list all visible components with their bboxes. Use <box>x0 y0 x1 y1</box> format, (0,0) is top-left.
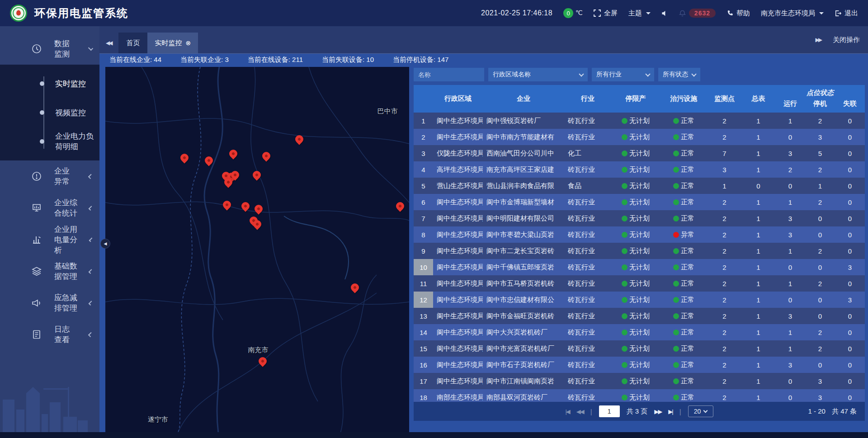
prev-page-icon[interactable]: ◀◀ <box>576 408 584 415</box>
collapse-map-button[interactable]: ◀ <box>100 239 110 249</box>
sidebar-submenu: 实时监控视频监控企业电力负荷明细 <box>0 65 99 160</box>
sidebar-subitem[interactable]: 实时监控 <box>0 69 99 98</box>
cell-run-count: 1 <box>775 324 805 340</box>
page-size-select[interactable]: 20 <box>688 405 713 417</box>
sidebar-subitem[interactable]: 视频监控 <box>0 98 99 127</box>
cell-lost-count: 0 <box>835 178 865 194</box>
cell-lost-count: 0 <box>835 340 865 357</box>
alarm-indicator[interactable]: 2632 <box>679 9 716 18</box>
table-row[interactable]: 17阆中生态环境局阆中市江南镇阆南页岩砖瓦行业无计划正常21030 <box>414 373 865 389</box>
sidebar-item[interactable]: 应急减排管理 <box>0 287 99 319</box>
table-row[interactable]: 10阆中生态环境局阆中千佛镇五郎垭页岩砖瓦行业无计划正常21003 <box>414 259 865 275</box>
close-operations-button[interactable]: 关闭操作 <box>833 36 860 44</box>
stat-item: 当前失联设备: 10 <box>322 56 374 64</box>
last-page-icon[interactable]: ▶| <box>668 408 672 415</box>
stat-item: 当前失联企业: 3 <box>180 56 229 64</box>
sidebar-item[interactable]: 企业用电量分析 <box>0 224 99 255</box>
logout-button[interactable]: 退出 <box>835 9 858 18</box>
table-row[interactable]: 6阆中生态环境局阆中市金博瑞新型墙材砖瓦行业无计划正常21120 <box>414 194 865 210</box>
org-dropdown[interactable]: 南充市生态环境局 <box>761 9 824 18</box>
tab-实时监控[interactable]: 实时监控⊗ <box>147 33 198 53</box>
region-select[interactable]: 行政区域名称 <box>488 68 588 81</box>
sidebar-item[interactable]: 企业异常 <box>0 160 99 192</box>
first-page-icon[interactable]: |◀ <box>565 408 569 415</box>
cell-monitor-count: 2 <box>708 324 741 340</box>
fullscreen-icon <box>594 9 601 17</box>
log-icon <box>31 329 42 340</box>
cell-run-count: 3 <box>775 226 805 243</box>
next-page-icon[interactable]: ▶▶ <box>654 408 661 415</box>
status-dot <box>622 264 627 270</box>
map-city-label: 南充市 <box>248 346 269 354</box>
status-dot <box>673 313 679 319</box>
table-row[interactable]: 7阆中生态环境局阆中明阳建材有限公司砖瓦行业无计划正常21300 <box>414 210 865 226</box>
tabs-scroll-right-icon[interactable]: ▶▶ <box>816 37 821 43</box>
cell-region: 营山生态环境局 <box>433 178 483 194</box>
status-summary-bar: 当前在线企业: 44当前失联企业: 3当前在线设备: 211当前失联设备: 10… <box>99 54 868 66</box>
cell-facility-status: 正常 <box>660 145 708 161</box>
status-dot <box>622 151 627 156</box>
status-select[interactable]: 所有状态 <box>658 68 700 81</box>
col-meter: 总表 <box>741 85 775 113</box>
table-row[interactable]: 3仪陇生态环境局西南油气田分公司川中化工无计划正常71350 <box>414 145 865 161</box>
cell-run-count: 1 <box>775 275 805 292</box>
cell-meter-count: 1 <box>741 324 775 340</box>
tab-close-icon[interactable]: ⊗ <box>185 40 191 46</box>
sidebar-item[interactable]: 数据监测 <box>0 33 99 65</box>
tabs-scroll-left-icon[interactable]: ◀◀ <box>106 40 111 46</box>
cell-limit-status: 无计划 <box>611 129 660 145</box>
cell-company: 阆中市石子页岩机砖厂 <box>483 357 564 373</box>
stat-value: 211 <box>292 56 303 63</box>
table-row[interactable]: 4高坪生态环境局南充市高坪区王家店建砖瓦行业无计划正常31220 <box>414 161 865 178</box>
sidebar-item[interactable]: 企业综合统计 <box>0 192 99 224</box>
table-row[interactable]: 8阆中生态环境局阆中市枣碧大梁山页岩砖瓦行业无计划异常21300 <box>414 226 865 243</box>
table-row[interactable]: 11阆中生态环境局阆中市五马桥页岩机砖砖瓦行业无计划正常21120 <box>414 275 865 292</box>
sidebar: 数据监测实时监控视频监控企业电力负荷明细企业异常企业综合统计企业用电量分析基础数… <box>0 26 99 432</box>
cell-lost-count: 0 <box>835 275 865 292</box>
stat-label: 当前失联企业: <box>180 56 225 63</box>
stat-value: 3 <box>225 56 228 63</box>
table-row[interactable]: 5营山生态环境局营山县润丰肉食品有限食品无计划正常10010 <box>414 178 865 194</box>
volume-button[interactable] <box>661 10 668 17</box>
cell-lost-count: 0 <box>835 210 865 226</box>
industry-select[interactable]: 所有行业 <box>592 68 654 81</box>
cell-facility-status: 正常 <box>660 340 708 357</box>
cell-facility-status: 正常 <box>660 373 708 389</box>
theme-dropdown[interactable]: 主题 <box>628 9 651 18</box>
table-row[interactable]: 13阆中生态环境局阆中市金福旺页岩机砖砖瓦行业无计划正常21300 <box>414 308 865 324</box>
tab-首页[interactable]: 首页 <box>118 33 147 53</box>
status-dot <box>673 346 679 352</box>
cell-industry: 砖瓦行业 <box>564 210 611 226</box>
cell-run-count: 0 <box>775 373 805 389</box>
cell-facility-status: 正常 <box>660 129 708 145</box>
sidebar-subitem[interactable]: 企业电力负荷明细 <box>0 127 99 156</box>
name-search-input[interactable] <box>414 68 484 81</box>
table-row[interactable]: 1阆中生态环境局阆中强锐页岩砖厂砖瓦行业无计划正常21120 <box>414 113 865 129</box>
cell-region: 阆中生态环境局 <box>433 308 483 324</box>
fullscreen-button[interactable]: 全屏 <box>594 9 618 18</box>
table-row[interactable]: 2阆中生态环境局阆中市南方节能建材有砖瓦行业无计划正常21030 <box>414 129 865 145</box>
table-row[interactable]: 15阆中生态环境局阆中市光富页岩机砖厂砖瓦行业无计划正常21120 <box>414 340 865 357</box>
cell-meter-count: 1 <box>741 145 775 161</box>
cell-run-count: 0 <box>775 129 805 145</box>
cell-limit-status: 无计划 <box>611 357 660 373</box>
cell-meter-count: 0 <box>741 178 775 194</box>
sidebar-item[interactable]: 基础数据管理 <box>0 255 99 287</box>
cell-limit-status: 无计划 <box>611 161 660 178</box>
cell-meter-count: 1 <box>741 113 775 129</box>
table-row[interactable]: 16阆中生态环境局阆中市石子页岩机砖厂砖瓦行业无计划正常21300 <box>414 357 865 373</box>
page-number-input[interactable] <box>599 405 620 417</box>
map-canvas[interactable]: 巴中市南充市遂宁市 <box>105 67 409 432</box>
table-row[interactable]: 12阆中生态环境局阆中市忠信建材有限公砖瓦行业无计划正常21003 <box>414 292 865 308</box>
col-run: 运行 <box>775 98 805 113</box>
row-index: 4 <box>414 161 433 178</box>
sidebar-item[interactable]: 日志查看 <box>0 319 99 350</box>
help-button[interactable]: 帮助 <box>726 9 750 18</box>
table-row[interactable]: 9阆中生态环境局阆中市二龙长宝页岩砖砖瓦行业无计划正常21120 <box>414 243 865 259</box>
table-row[interactable]: 14阆中生态环境局阆中大兴页岩机砖厂砖瓦行业无计划正常21120 <box>414 324 865 340</box>
status-dot <box>673 134 679 140</box>
enterprise-panel: 行政区域名称 所有行业 所有状态 行政区域 <box>414 67 865 432</box>
gauge-icon <box>31 43 42 55</box>
cell-limit-status: 无计划 <box>611 259 660 275</box>
col-monitor: 监测点 <box>708 85 741 113</box>
